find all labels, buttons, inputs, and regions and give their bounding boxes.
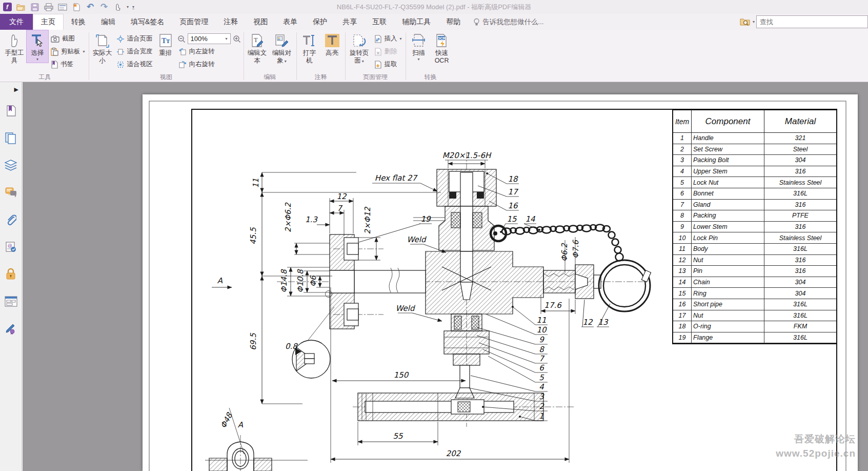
fit-page-button[interactable]: 适合页面 [114,32,155,45]
table-cell-item: 18 [673,321,692,332]
comments-panel-icon[interactable] [4,186,17,199]
redo-icon[interactable]: ↷ [99,2,109,12]
rotate-left-icon [178,48,187,55]
extract-page-button[interactable]: 提取 [372,58,404,71]
bookmarks-panel-icon[interactable] [4,104,17,117]
pdf-page[interactable]: M20×1.5-6H Hex flat 27 11 45.5 69.5 12 7… [143,94,858,471]
bookmark-button[interactable]: 书签 [49,58,87,71]
tab-convert[interactable]: 转换 [64,14,93,30]
watermark-line1: 吾爱破解论坛 [776,432,856,446]
clipboard-dropdown-caret[interactable]: ▾ [83,49,85,54]
search-dropdown-caret[interactable]: ▾ [753,19,755,24]
rotate-right-button[interactable]: 向右旋转 [176,58,242,71]
ribbon-group-view: 实际大小 适合页面 适合宽度 适合视区 Tт [90,30,243,82]
edit-text-icon: T [250,33,265,48]
tab-view[interactable]: 视图 [246,14,275,30]
svg-text:OCR: OCR [437,36,446,41]
delete-page-button[interactable]: 删除 [372,45,404,58]
signatures-panel-icon[interactable] [4,322,17,335]
edit-text-button[interactable]: T 编辑文本 [246,30,269,66]
tab-connect[interactable]: 互联 [365,14,394,30]
clipboard-icon [51,48,58,56]
tell-me-box[interactable]: 告诉我您想做什么... [468,14,549,30]
save-icon[interactable] [30,2,40,12]
ribbon-home: 手型工具 选择 ▾ 截图 剪贴板 ▾ [0,30,868,82]
select-tool-button[interactable]: 选择 ▾ [26,30,49,63]
table-cell-item: 3 [673,155,692,166]
typewriter-icon [301,33,318,48]
typewriter-button[interactable]: 打字机 [298,30,321,66]
hand-dropdown-caret[interactable]: ▾ [127,5,129,9]
tab-accessibility[interactable]: 辅助工具 [394,14,438,30]
table-cell-component: Packing Bolt [692,155,764,166]
table-cell-component: Body [692,244,764,255]
tab-help[interactable]: 帮助 [438,14,468,30]
rotate-pages-button[interactable]: 旋转页面 ▾ [347,30,372,66]
table-cell-component: Set Screw [692,144,764,155]
table-cell-component: Nut [692,255,764,266]
quick-ocr-button[interactable]: OCR 快速OCR [430,30,454,66]
scan-icon [412,33,426,48]
insert-dropdown-caret[interactable]: ▾ [400,36,402,41]
reflow-icon: Tт [159,33,172,48]
security-panel-icon[interactable] [4,267,17,281]
tab-home[interactable]: 主页 [33,14,64,30]
insert-page-button[interactable]: 插入 ▾ [372,32,404,45]
tab-comment[interactable]: 注释 [216,14,246,30]
zoom-level-select[interactable]: 100% ▾ [188,33,231,44]
layers-panel-icon[interactable] [4,159,17,172]
tab-file[interactable]: 文件 [0,14,33,30]
attachments-panel-icon[interactable] [4,213,17,226]
page-thumbnails-panel-icon[interactable] [4,131,17,145]
rotate-pages-icon [352,33,367,48]
tab-edit[interactable]: 编辑 [93,14,123,30]
tab-form[interactable]: 表单 [275,14,305,30]
table-cell-material: 316 [764,255,836,266]
rotate-pages-caret[interactable]: ▾ [361,59,364,64]
zoom-out-icon[interactable] [177,35,186,43]
new-document-icon[interactable] [71,2,82,12]
watermark: 吾爱破解论坛 www.52pojie.cn [776,432,856,460]
tab-share[interactable]: 共享 [335,14,365,30]
fit-width-button[interactable]: 适合宽度 [114,45,155,58]
group-label-page: 页面管理 [347,73,404,82]
hand-tool-button[interactable]: 手型工具 [3,30,26,66]
tab-protect[interactable]: 保护 [305,14,335,30]
clipboard-button[interactable]: 剪贴板 ▾ [49,45,87,58]
table-header-material: Material [764,110,836,133]
digital-ids-panel-icon[interactable]: @ [4,240,17,253]
group-label-convert: 转换 [408,73,454,82]
edit-object-caret[interactable]: ▾ [284,59,287,64]
print-icon[interactable] [44,2,54,12]
dim-150: 150 [394,370,409,380]
search-scope-icon[interactable] [740,17,751,27]
select-dropdown-caret[interactable]: ▾ [36,57,38,62]
ribbon-group-comment: 打字机 高亮 注释 [297,30,345,82]
reflow-button[interactable]: Tт 重排 [155,30,176,58]
table-cell-material: 304 [764,277,836,288]
snapshot-button[interactable]: 截图 [49,32,87,45]
zoom-in-icon[interactable] [233,35,241,43]
table-cell-item: 13 [673,266,692,277]
fit-visible-button[interactable]: 适合视区 [114,58,155,71]
hand-quick-icon[interactable] [113,2,123,12]
highlight-button[interactable]: 高亮 [321,30,344,58]
tab-page-organize[interactable]: 页面管理 [172,14,216,30]
open-file-icon[interactable] [16,2,26,12]
actual-size-button[interactable]: 实际大小 [91,30,114,66]
edit-object-button[interactable]: 编辑对象 ▾ [269,30,295,66]
expand-panel-arrow-icon[interactable]: ▶ [14,86,18,93]
scan-dropdown-caret[interactable]: ▾ [418,57,420,62]
fields-panel-icon[interactable] [4,295,17,308]
find-input[interactable] [756,15,868,28]
tab-fill-sign[interactable]: 填写&签名 [123,14,172,30]
scan-button[interactable]: 扫描 ▾ [408,30,430,63]
dim-weld-bottom: Weld [396,304,416,313]
undo-icon[interactable]: ↶ [85,2,95,12]
rotate-left-button[interactable]: 向左旋转 [176,45,242,58]
document-view[interactable]: M20×1.5-6H Hex flat 27 11 45.5 69.5 12 7… [23,82,868,471]
qat-customize-caret[interactable]: ▾̲ [132,5,134,9]
table-cell-material: 316L [764,299,836,310]
table-cell-material: 316L [764,188,836,200]
email-icon[interactable] [57,2,68,12]
